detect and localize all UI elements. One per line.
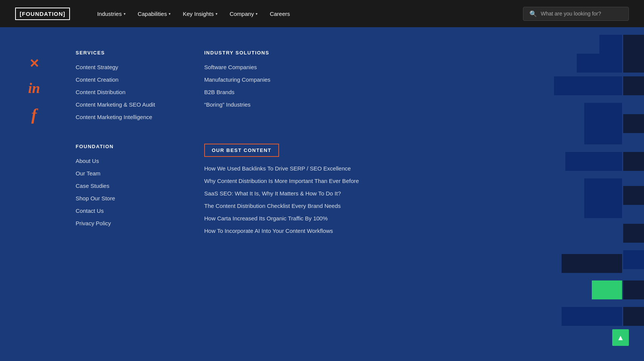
list-item[interactable]: Content Marketing Intelligence	[76, 113, 174, 121]
list-item[interactable]: Our Team	[76, 169, 174, 177]
list-item[interactable]: Manufacturing Companies	[204, 76, 303, 84]
search-placeholder: What are you looking for?	[541, 11, 601, 17]
list-item[interactable]: Content Distribution	[76, 88, 174, 96]
list-item[interactable]: The Content Distribution Checklist Every…	[204, 202, 359, 210]
chevron-down-icon: ▾	[124, 12, 126, 16]
services-section: SERVICES Content StrategyContent Creatio…	[76, 50, 174, 121]
list-item[interactable]: About Us	[76, 157, 174, 165]
list-item[interactable]: Software Companies	[204, 63, 303, 71]
nav-item-company[interactable]: Company ▾	[225, 8, 262, 20]
list-item[interactable]: Case Studies	[76, 182, 174, 190]
list-item[interactable]: Contact Us	[76, 207, 174, 215]
best-content-badge: OUR BEST CONTENT	[204, 144, 279, 157]
foundation-section: FOUNDATION About UsOur TeamCase StudiesS…	[76, 144, 174, 235]
nav-links: Industries ▾Capabilities ▾Key Insights ▾…	[93, 8, 508, 20]
social-sidebar: ✕ in f	[0, 27, 68, 361]
chevron-down-icon: ▾	[256, 12, 258, 16]
nav-item-key-insights[interactable]: Key Insights ▾	[178, 8, 222, 20]
facebook-icon[interactable]: f	[31, 107, 37, 123]
industry-solutions-links: Software CompaniesManufacturing Companie…	[204, 63, 303, 108]
search-icon: 🔍	[529, 10, 537, 17]
nav-item-industries[interactable]: Industries ▾	[93, 8, 130, 20]
services-links: Content StrategyContent CreationContent …	[76, 63, 174, 121]
navbar: [FOUNDATION] Industries ▾Capabilities ▾K…	[0, 0, 644, 27]
list-item[interactable]: How Carta Increased Its Organic Traffic …	[204, 214, 359, 222]
list-item[interactable]: How To Incorporate AI Into Your Content …	[204, 227, 359, 235]
list-item[interactable]: Content Creation	[76, 76, 174, 84]
search-bar[interactable]: 🔍 What are you looking for?	[523, 7, 629, 21]
list-item[interactable]: Privacy Policy	[76, 219, 174, 227]
list-item[interactable]: Shop Our Store	[76, 194, 174, 202]
foundation-title: FOUNDATION	[76, 144, 174, 149]
twitter-icon[interactable]: ✕	[29, 57, 39, 70]
services-title: SERVICES	[76, 50, 174, 56]
foundation-links: About UsOur TeamCase StudiesShop Our Sto…	[76, 157, 174, 227]
list-item[interactable]: Content Strategy	[76, 63, 174, 71]
scroll-to-top-button[interactable]: ▲	[612, 329, 629, 346]
logo[interactable]: [FOUNDATION]	[15, 8, 70, 20]
nav-item-capabilities[interactable]: Capabilities ▾	[133, 8, 175, 20]
chevron-down-icon: ▾	[216, 12, 217, 16]
best-content-section: OUR BEST CONTENT How We Used Backlinks T…	[204, 144, 359, 235]
industry-solutions-title: INDUSTRY SOLUTIONS	[204, 50, 303, 56]
list-item[interactable]: B2B Brands	[204, 88, 303, 96]
linkedin-icon[interactable]: in	[28, 81, 40, 95]
right-decorative-panel	[523, 27, 644, 361]
chevron-down-icon: ▾	[169, 12, 171, 16]
list-item[interactable]: Why Content Distribution Is More Importa…	[204, 177, 359, 185]
nav-item-careers[interactable]: Careers	[265, 8, 294, 20]
best-content-links: How We Used Backlinks To Drive SERP / SE…	[204, 164, 359, 235]
list-item[interactable]: How We Used Backlinks To Drive SERP / SE…	[204, 164, 359, 172]
scroll-top-icon: ▲	[617, 333, 624, 342]
industry-solutions-section: INDUSTRY SOLUTIONS Software CompaniesMan…	[204, 50, 303, 121]
list-item[interactable]: “Boring” Industries	[204, 101, 303, 108]
main-area: ✕ in f SERVICES Content StrategyContent …	[0, 27, 644, 361]
list-item[interactable]: Content Marketing & SEO Audit	[76, 101, 174, 108]
list-item[interactable]: SaaS SEO: What It Is, Why It Matters & H…	[204, 189, 359, 197]
